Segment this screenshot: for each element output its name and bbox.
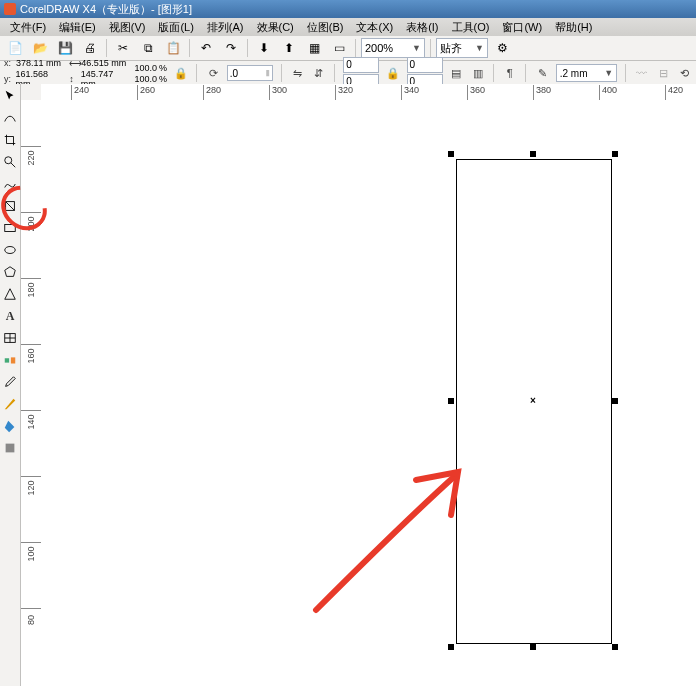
pct-label: % [159, 74, 167, 84]
width-icon: ⟷ [69, 58, 79, 68]
cut-button[interactable]: ✂ [112, 37, 134, 59]
zoom-tool[interactable] [2, 154, 18, 170]
table-tool[interactable] [2, 330, 18, 346]
x-label: x: [4, 58, 14, 68]
app-launcher-button[interactable]: ▦ [303, 37, 325, 59]
menu-help[interactable]: 帮助(H) [549, 19, 598, 36]
outline-width-combo[interactable]: .2 mm ▼ [556, 64, 618, 82]
menu-view[interactable]: 视图(V) [103, 19, 152, 36]
crop-tool[interactable] [2, 132, 18, 148]
menu-table[interactable]: 表格(I) [400, 19, 444, 36]
horizontal-ruler[interactable]: 240 260 280 300 320 340 360 380 400 420 [41, 84, 696, 101]
ruler-tick: 100 [21, 542, 41, 559]
corner-3-input[interactable]: 0 [407, 57, 443, 73]
ruler-tick: 160 [21, 344, 41, 361]
app-icon [4, 3, 16, 15]
save-button[interactable]: 💾 [54, 37, 76, 59]
menu-effects[interactable]: 效果(C) [251, 19, 300, 36]
window-title: CorelDRAW X4（专业版）- [图形1] [20, 2, 192, 17]
mirror-v-button[interactable]: ⇵ [311, 65, 326, 81]
menu-edit[interactable]: 编辑(E) [53, 19, 102, 36]
separator [247, 39, 248, 57]
selection-center-marker: × [530, 395, 536, 406]
handle-w[interactable] [448, 398, 454, 404]
menu-arrange[interactable]: 排列(A) [201, 19, 250, 36]
ruler-tick: 400 [599, 85, 617, 101]
paste-button[interactable]: 📋 [162, 37, 184, 59]
redo-button[interactable]: ↷ [220, 37, 242, 59]
menu-tools[interactable]: 工具(O) [446, 19, 496, 36]
lock-corners-button[interactable]: 🔒 [385, 65, 400, 81]
height-icon: ↕ [69, 74, 79, 84]
width-value: 46.515 mm [81, 58, 126, 68]
outline-width-value: .2 mm [560, 68, 588, 79]
separator [189, 39, 190, 57]
lock-ratio-button[interactable]: 🔒 [173, 65, 188, 81]
ruler-tick: 80 [21, 608, 41, 625]
dropdown-icon: ▼ [604, 68, 613, 78]
menu-window[interactable]: 窗口(W) [496, 19, 548, 36]
canvas-area: 240 260 280 300 320 340 360 380 400 420 … [21, 84, 696, 686]
menu-layout[interactable]: 版面(L) [152, 19, 199, 36]
pick-tool[interactable] [2, 88, 18, 104]
interactive-fill-tool[interactable] [2, 440, 18, 456]
separator [355, 39, 356, 57]
ruler-tick: 340 [401, 85, 419, 101]
ellipse-tool[interactable] [2, 242, 18, 258]
scale-block: 100.0% 100.0% [135, 63, 168, 84]
ruler-tick: 140 [21, 410, 41, 427]
zoom-value: 200% [365, 42, 393, 54]
x-value: 378.11 mm [16, 58, 61, 68]
handle-s[interactable] [530, 644, 536, 650]
polygon-tool[interactable] [2, 264, 18, 280]
scale-y-value[interactable]: 100.0 [135, 74, 158, 84]
options-button[interactable]: ⚙ [491, 37, 513, 59]
rotation-input[interactable]: .0⦀ [227, 65, 273, 81]
separator [525, 64, 526, 82]
snap-label: 贴齐 [440, 41, 462, 56]
basic-shapes-tool[interactable] [2, 286, 18, 302]
ruler-tick: 320 [335, 85, 353, 101]
outline-tool[interactable] [2, 396, 18, 412]
handle-nw[interactable] [448, 151, 454, 157]
open-button[interactable]: 📂 [29, 37, 51, 59]
fill-tool[interactable] [2, 418, 18, 434]
separator [106, 39, 107, 57]
mirror-h-button[interactable]: ⇋ [290, 65, 305, 81]
ruler-tick: 120 [21, 476, 41, 493]
rotation-value: .0 [230, 68, 238, 79]
ruler-tick: 220 [21, 146, 41, 163]
menu-text[interactable]: 文本(X) [350, 19, 399, 36]
zoom-level-combo[interactable]: 200% ▼ [361, 38, 425, 58]
undo-button[interactable]: ↶ [195, 37, 217, 59]
menu-bar: 文件(F) 编辑(E) 视图(V) 版面(L) 排列(A) 效果(C) 位图(B… [0, 18, 696, 36]
interactive-tool[interactable] [2, 352, 18, 368]
handle-n[interactable] [530, 151, 536, 157]
handle-ne[interactable] [612, 151, 618, 157]
snap-combo[interactable]: 贴齐 ▼ [436, 38, 488, 58]
print-button[interactable]: 🖨 [79, 37, 101, 59]
to-back-button[interactable]: ▥ [470, 65, 485, 81]
import-button[interactable]: ⬇ [253, 37, 275, 59]
shape-tool[interactable] [2, 110, 18, 126]
wrap-text-button[interactable]: ¶ [502, 65, 517, 81]
ruler-tick: 360 [467, 85, 485, 101]
copy-button[interactable]: ⧉ [137, 37, 159, 59]
menu-bitmaps[interactable]: 位图(B) [301, 19, 350, 36]
refresh-button[interactable]: ⟲ [677, 65, 692, 81]
handle-se[interactable] [612, 644, 618, 650]
handle-e[interactable] [612, 398, 618, 404]
window-titlebar: CorelDRAW X4（专业版）- [图形1] [0, 0, 696, 18]
scale-x-value[interactable]: 100.0 [135, 63, 158, 73]
handle-sw[interactable] [448, 644, 454, 650]
export-button[interactable]: ⬆ [278, 37, 300, 59]
convert-curves-button[interactable]: 〰 [634, 65, 649, 81]
eyedropper-tool[interactable] [2, 374, 18, 390]
text-tool[interactable]: A [2, 308, 18, 324]
drawing-canvas[interactable]: × [41, 100, 696, 686]
ungroup-button[interactable]: ⊟ [655, 65, 670, 81]
to-front-button[interactable]: ▤ [449, 65, 464, 81]
corner-1-input[interactable]: 0 [343, 57, 379, 73]
menu-file[interactable]: 文件(F) [4, 19, 52, 36]
new-button[interactable]: 📄 [4, 37, 26, 59]
